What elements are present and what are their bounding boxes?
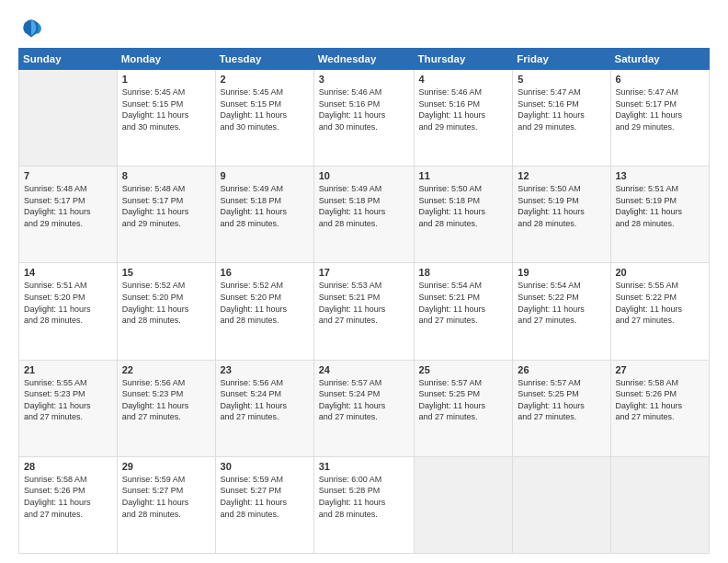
- day-number: 23: [221, 364, 309, 375]
- header: [18, 15, 710, 40]
- calendar-week-row: 21Sunrise: 5:55 AM Sunset: 5:23 PM Dayli…: [19, 360, 710, 456]
- calendar-cell: 20Sunrise: 5:55 AM Sunset: 5:22 PM Dayli…: [610, 263, 710, 360]
- calendar-cell: 25Sunrise: 5:57 AM Sunset: 5:25 PM Dayli…: [414, 360, 513, 456]
- calendar-cell: 4Sunrise: 5:46 AM Sunset: 5:16 PM Daylig…: [414, 70, 513, 167]
- day-detail: Sunrise: 5:56 AM Sunset: 5:24 PM Dayligh…: [221, 377, 309, 423]
- calendar-cell: 8Sunrise: 5:48 AM Sunset: 5:17 PM Daylig…: [117, 167, 215, 263]
- day-detail: Sunrise: 5:56 AM Sunset: 5:23 PM Dayligh…: [122, 377, 210, 423]
- day-detail: Sunrise: 5:57 AM Sunset: 5:25 PM Dayligh…: [419, 377, 508, 423]
- calendar-cell: 30Sunrise: 5:59 AM Sunset: 5:27 PM Dayli…: [215, 456, 313, 553]
- day-number: 9: [221, 170, 309, 181]
- day-number: 15: [122, 267, 210, 278]
- calendar-cell: 10Sunrise: 5:49 AM Sunset: 5:18 PM Dayli…: [313, 167, 414, 263]
- calendar-cell: 19Sunrise: 5:54 AM Sunset: 5:22 PM Dayli…: [513, 263, 610, 360]
- day-detail: Sunrise: 6:00 AM Sunset: 5:28 PM Dayligh…: [319, 474, 409, 520]
- calendar-cell: 3Sunrise: 5:46 AM Sunset: 5:16 PM Daylig…: [313, 70, 414, 167]
- calendar-cell: 11Sunrise: 5:50 AM Sunset: 5:18 PM Dayli…: [414, 167, 513, 263]
- day-number: 2: [221, 74, 309, 85]
- weekday-header-thursday: Thursday: [414, 49, 513, 70]
- calendar-body: 1Sunrise: 5:45 AM Sunset: 5:15 PM Daylig…: [19, 70, 710, 554]
- calendar-header: SundayMondayTuesdayWednesdayThursdayFrid…: [19, 49, 710, 70]
- calendar-cell: 7Sunrise: 5:48 AM Sunset: 5:17 PM Daylig…: [19, 167, 118, 263]
- day-detail: Sunrise: 5:57 AM Sunset: 5:25 PM Dayligh…: [518, 377, 605, 423]
- day-detail: Sunrise: 5:55 AM Sunset: 5:22 PM Dayligh…: [616, 280, 705, 326]
- calendar-cell: 24Sunrise: 5:57 AM Sunset: 5:24 PM Dayli…: [313, 360, 414, 456]
- day-number: 1: [122, 74, 210, 85]
- day-number: 20: [616, 267, 705, 278]
- day-number: 21: [24, 364, 112, 375]
- calendar-cell: 22Sunrise: 5:56 AM Sunset: 5:23 PM Dayli…: [117, 360, 215, 456]
- day-detail: Sunrise: 5:50 AM Sunset: 5:18 PM Dayligh…: [419, 183, 508, 229]
- calendar-cell: 5Sunrise: 5:47 AM Sunset: 5:16 PM Daylig…: [513, 70, 610, 167]
- day-detail: Sunrise: 5:54 AM Sunset: 5:21 PM Dayligh…: [419, 280, 508, 326]
- day-detail: Sunrise: 5:59 AM Sunset: 5:27 PM Dayligh…: [122, 474, 210, 520]
- calendar-week-row: 1Sunrise: 5:45 AM Sunset: 5:15 PM Daylig…: [19, 70, 710, 167]
- day-detail: Sunrise: 5:49 AM Sunset: 5:18 PM Dayligh…: [319, 183, 409, 229]
- day-detail: Sunrise: 5:47 AM Sunset: 5:16 PM Dayligh…: [518, 86, 605, 132]
- calendar-week-row: 14Sunrise: 5:51 AM Sunset: 5:20 PM Dayli…: [19, 263, 710, 360]
- day-number: 24: [319, 364, 409, 375]
- day-number: 7: [24, 170, 112, 181]
- calendar-cell: 1Sunrise: 5:45 AM Sunset: 5:15 PM Daylig…: [117, 70, 215, 167]
- day-number: 28: [24, 461, 112, 472]
- day-detail: Sunrise: 5:46 AM Sunset: 5:16 PM Dayligh…: [319, 86, 409, 132]
- day-detail: Sunrise: 5:45 AM Sunset: 5:15 PM Dayligh…: [221, 86, 309, 132]
- day-detail: Sunrise: 5:48 AM Sunset: 5:17 PM Dayligh…: [24, 183, 112, 229]
- day-detail: Sunrise: 5:47 AM Sunset: 5:17 PM Dayligh…: [616, 86, 705, 132]
- weekday-header-sunday: Sunday: [19, 49, 118, 70]
- day-number: 14: [24, 267, 112, 278]
- calendar-cell: 26Sunrise: 5:57 AM Sunset: 5:25 PM Dayli…: [513, 360, 610, 456]
- calendar-cell: [414, 456, 513, 553]
- day-detail: Sunrise: 5:57 AM Sunset: 5:24 PM Dayligh…: [319, 377, 409, 423]
- day-number: 29: [122, 461, 210, 472]
- day-detail: Sunrise: 5:46 AM Sunset: 5:16 PM Dayligh…: [419, 86, 508, 132]
- weekday-header-saturday: Saturday: [610, 49, 710, 70]
- day-number: 5: [518, 74, 605, 85]
- calendar-cell: [19, 70, 118, 167]
- day-number: 3: [319, 74, 409, 85]
- day-number: 18: [419, 267, 508, 278]
- calendar-cell: 14Sunrise: 5:51 AM Sunset: 5:20 PM Dayli…: [19, 263, 118, 360]
- calendar-cell: 21Sunrise: 5:55 AM Sunset: 5:23 PM Dayli…: [19, 360, 118, 456]
- calendar-week-row: 7Sunrise: 5:48 AM Sunset: 5:17 PM Daylig…: [19, 167, 710, 263]
- calendar-cell: 15Sunrise: 5:52 AM Sunset: 5:20 PM Dayli…: [117, 263, 215, 360]
- day-number: 12: [518, 170, 605, 181]
- calendar-cell: 18Sunrise: 5:54 AM Sunset: 5:21 PM Dayli…: [414, 263, 513, 360]
- day-number: 30: [221, 461, 309, 472]
- day-detail: Sunrise: 5:54 AM Sunset: 5:22 PM Dayligh…: [518, 280, 605, 326]
- calendar-cell: 2Sunrise: 5:45 AM Sunset: 5:15 PM Daylig…: [215, 70, 313, 167]
- day-number: 16: [221, 267, 309, 278]
- day-number: 27: [616, 364, 705, 375]
- day-number: 25: [419, 364, 508, 375]
- weekday-header-row: SundayMondayTuesdayWednesdayThursdayFrid…: [19, 49, 710, 70]
- day-detail: Sunrise: 5:53 AM Sunset: 5:21 PM Dayligh…: [319, 280, 409, 326]
- calendar-week-row: 28Sunrise: 5:58 AM Sunset: 5:26 PM Dayli…: [19, 456, 710, 553]
- day-number: 8: [122, 170, 210, 181]
- day-number: 11: [419, 170, 508, 181]
- day-detail: Sunrise: 5:59 AM Sunset: 5:27 PM Dayligh…: [221, 474, 309, 520]
- day-detail: Sunrise: 5:58 AM Sunset: 5:26 PM Dayligh…: [616, 377, 705, 423]
- day-number: 17: [319, 267, 409, 278]
- day-detail: Sunrise: 5:45 AM Sunset: 5:15 PM Dayligh…: [122, 86, 210, 132]
- day-number: 31: [319, 461, 409, 472]
- day-detail: Sunrise: 5:48 AM Sunset: 5:17 PM Dayligh…: [122, 183, 210, 229]
- calendar-cell: 9Sunrise: 5:49 AM Sunset: 5:18 PM Daylig…: [215, 167, 313, 263]
- day-number: 13: [616, 170, 705, 181]
- day-detail: Sunrise: 5:52 AM Sunset: 5:20 PM Dayligh…: [122, 280, 210, 326]
- weekday-header-friday: Friday: [513, 49, 610, 70]
- day-detail: Sunrise: 5:49 AM Sunset: 5:18 PM Dayligh…: [221, 183, 309, 229]
- calendar-cell: 27Sunrise: 5:58 AM Sunset: 5:26 PM Dayli…: [610, 360, 710, 456]
- page: SundayMondayTuesdayWednesdayThursdayFrid…: [0, 0, 728, 563]
- calendar-cell: 12Sunrise: 5:50 AM Sunset: 5:19 PM Dayli…: [513, 167, 610, 263]
- day-number: 10: [319, 170, 409, 181]
- calendar-cell: [513, 456, 610, 553]
- calendar-cell: 23Sunrise: 5:56 AM Sunset: 5:24 PM Dayli…: [215, 360, 313, 456]
- calendar-cell: 16Sunrise: 5:52 AM Sunset: 5:20 PM Dayli…: [215, 263, 313, 360]
- calendar-cell: 31Sunrise: 6:00 AM Sunset: 5:28 PM Dayli…: [313, 456, 414, 553]
- day-detail: Sunrise: 5:51 AM Sunset: 5:19 PM Dayligh…: [616, 183, 705, 229]
- calendar-cell: 28Sunrise: 5:58 AM Sunset: 5:26 PM Dayli…: [19, 456, 118, 553]
- day-detail: Sunrise: 5:50 AM Sunset: 5:19 PM Dayligh…: [518, 183, 605, 229]
- day-detail: Sunrise: 5:52 AM Sunset: 5:20 PM Dayligh…: [221, 280, 309, 326]
- day-number: 4: [419, 74, 508, 85]
- logo: [18, 15, 48, 40]
